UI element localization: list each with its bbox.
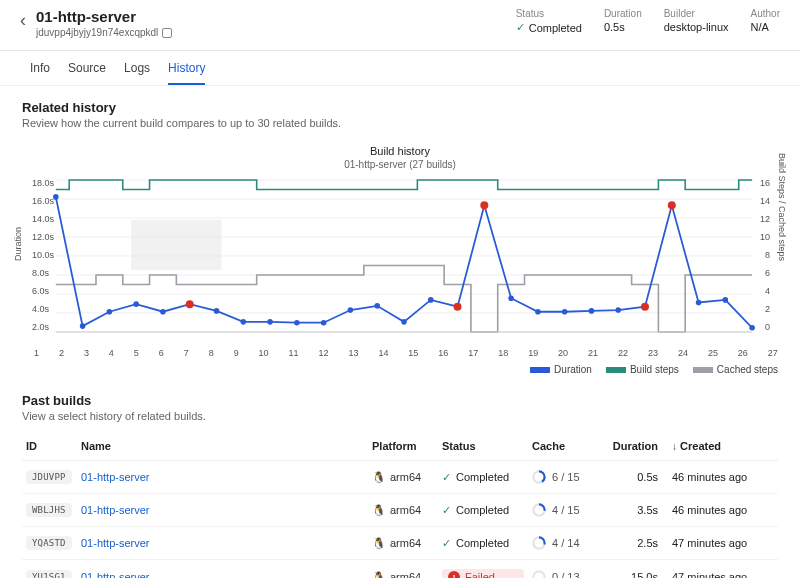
title-block: 01-http-server jduvpp4jbyjy19n74excqpkdl: [36, 8, 516, 38]
svg-point-22: [374, 303, 380, 309]
meta-duration-label: Duration: [604, 8, 642, 19]
table-row[interactable]: YQASTD 01-http-server 🐧arm64 ✓Completed …: [22, 527, 778, 560]
created-cell: 47 minutes ago: [668, 527, 778, 560]
build-id-badge[interactable]: WBLJHS: [26, 503, 72, 517]
build-name-link[interactable]: 01-http-server: [81, 537, 149, 549]
check-icon: ✓: [442, 537, 451, 550]
tab-info[interactable]: Info: [30, 61, 50, 85]
meta-builder: Builder desktop-linux: [664, 8, 729, 34]
legend-duration-label: Duration: [554, 364, 592, 375]
meta-author-value: N/A: [751, 21, 780, 33]
svg-point-20: [321, 320, 327, 326]
linux-icon: 🐧: [372, 537, 386, 550]
related-heading: Related history: [22, 100, 778, 115]
past-desc: View a select history of related builds.: [22, 410, 778, 422]
svg-point-40: [641, 303, 649, 311]
svg-point-28: [535, 309, 541, 315]
linux-icon: 🐧: [372, 504, 386, 517]
svg-rect-9: [131, 220, 221, 270]
related-desc: Review how the current build compares to…: [22, 117, 778, 129]
tab-history[interactable]: History: [168, 61, 205, 85]
svg-point-37: [186, 300, 194, 308]
meta-duration-value: 0.5s: [604, 21, 642, 33]
build-id-badge[interactable]: JDUVPP: [26, 470, 72, 484]
svg-point-17: [241, 319, 247, 325]
svg-point-18: [267, 319, 273, 325]
svg-point-30: [589, 308, 595, 314]
past-heading: Past builds: [22, 393, 778, 408]
header-meta: Status ✓Completed Duration 0.5s Builder …: [516, 8, 780, 34]
cache-cell: 4 / 14: [532, 536, 594, 550]
duration-cell: 15.0s: [598, 560, 668, 579]
related-history-section: Related history Review how the current b…: [0, 86, 800, 135]
y-right-axis-label: Build Steps / Cached steps: [777, 153, 787, 261]
duration-cell: 0.5s: [598, 461, 668, 494]
svg-point-19: [294, 320, 300, 326]
table-row[interactable]: JDUVPP 01-http-server 🐧arm64 ✓Completed …: [22, 461, 778, 494]
svg-point-39: [480, 201, 488, 209]
past-builds-table: ID Name Platform Status Cache Duration ↓…: [22, 432, 778, 578]
status-text: Completed: [529, 22, 582, 34]
past-builds-section: Past builds View a select history of rel…: [0, 375, 800, 578]
cache-cell: 4 / 15: [532, 503, 594, 517]
legend-cached-steps-label: Cached steps: [717, 364, 778, 375]
col-platform[interactable]: Platform: [368, 432, 438, 461]
linux-icon: 🐧: [372, 471, 386, 484]
chart-container: 18.0s16.0s14.0s12.0s10.0s8.0s6.0s4.0s2.0…: [22, 176, 778, 346]
svg-point-14: [160, 309, 166, 315]
meta-author-label: Author: [751, 8, 780, 19]
build-history-chart[interactable]: [22, 176, 778, 346]
meta-author: Author N/A: [751, 8, 780, 34]
build-name-link[interactable]: 01-http-server: [81, 571, 149, 578]
svg-point-36: [749, 325, 755, 331]
page-title: 01-http-server: [36, 8, 516, 25]
duration-cell: 2.5s: [598, 527, 668, 560]
check-icon: ✓: [442, 471, 451, 484]
col-status[interactable]: Status: [438, 432, 528, 461]
col-cache[interactable]: Cache: [528, 432, 598, 461]
sort-desc-icon: ↓: [672, 441, 677, 452]
chart-subtitle: 01-http-server (27 builds): [0, 159, 800, 170]
created-cell: 46 minutes ago: [668, 494, 778, 527]
table-row[interactable]: WBLJHS 01-http-server 🐧arm64 ✓Completed …: [22, 494, 778, 527]
meta-duration: Duration 0.5s: [604, 8, 642, 34]
meta-status-label: Status: [516, 8, 582, 19]
svg-point-29: [562, 309, 568, 315]
cache-cell: 6 / 15: [532, 470, 594, 484]
table-header-row: ID Name Platform Status Cache Duration ↓…: [22, 432, 778, 461]
cache-cell: 0 / 13: [532, 570, 594, 578]
build-name-link[interactable]: 01-http-server: [81, 504, 149, 516]
svg-point-35: [723, 297, 729, 303]
platform-cell: 🐧arm64: [372, 504, 434, 517]
back-button[interactable]: ‹: [20, 10, 26, 31]
col-duration[interactable]: Duration: [598, 432, 668, 461]
chart-title: Build history: [0, 145, 800, 157]
status-completed: ✓Completed: [442, 504, 524, 517]
svg-point-41: [668, 201, 676, 209]
tabs: Info Source Logs History: [0, 51, 800, 86]
status-completed: ✓Completed: [442, 471, 524, 484]
status-completed: ✓Completed: [442, 537, 524, 550]
build-id-badge[interactable]: YQASTD: [26, 536, 72, 550]
svg-point-49: [533, 571, 544, 578]
platform-cell: 🐧arm64: [372, 537, 434, 550]
svg-point-12: [107, 309, 113, 315]
build-id-badge[interactable]: YU1SG1: [26, 570, 72, 578]
check-icon: ✓: [516, 21, 525, 34]
col-created[interactable]: ↓ Created: [668, 432, 778, 461]
tab-source[interactable]: Source: [68, 61, 106, 85]
col-name[interactable]: Name: [77, 432, 368, 461]
fail-icon: !: [448, 571, 460, 578]
chart-legend: Duration Build steps Cached steps: [0, 358, 800, 375]
build-name-link[interactable]: 01-http-server: [81, 471, 149, 483]
col-id[interactable]: ID: [22, 432, 77, 461]
tab-logs[interactable]: Logs: [124, 61, 150, 85]
copy-icon[interactable]: [162, 28, 172, 38]
svg-point-11: [80, 323, 86, 329]
col-created-label: Created: [680, 440, 721, 452]
svg-point-23: [401, 319, 407, 325]
check-icon: ✓: [442, 504, 451, 517]
svg-point-21: [348, 307, 354, 313]
platform-cell: 🐧arm64: [372, 471, 434, 484]
table-row[interactable]: YU1SG1 01-http-server 🐧arm64 !Failed 0 /…: [22, 560, 778, 579]
